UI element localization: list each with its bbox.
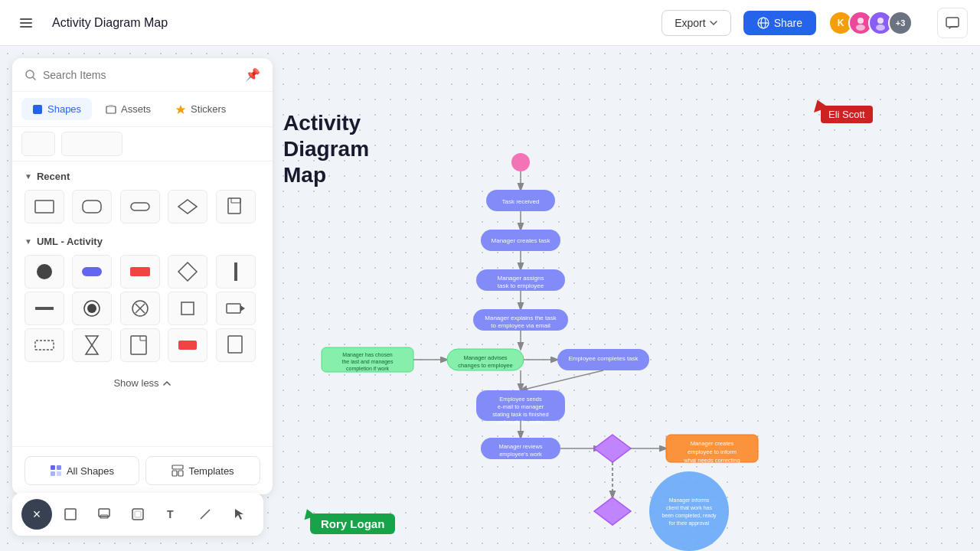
share-label: Share [774,17,802,29]
svg-rect-100 [227,304,240,313]
svg-rect-108 [57,465,61,470]
uml-red-action[interactable] [120,255,160,289]
uml-decision[interactable] [168,255,207,289]
svg-text:Manager reviews: Manager reviews [498,443,542,450]
uml-note[interactable] [120,328,160,362]
svg-text:Employee sends: Employee sends [499,396,542,403]
shape-diamond[interactable] [168,190,207,223]
svg-rect-109 [51,471,55,476]
all-shapes-button[interactable]: All Shapes [24,456,139,485]
svg-rect-89 [82,267,102,276]
svg-point-95 [87,304,96,313]
uml-interrupt[interactable] [168,328,207,362]
svg-rect-0 [20,18,32,20]
svg-text:been completed, ready: been completed, ready [662,513,717,519]
shape-stadium[interactable] [120,190,160,223]
svg-rect-113 [178,471,183,476]
svg-rect-78 [33,105,42,114]
svg-marker-101 [240,305,245,311]
shape-tab-2[interactable] [61,132,122,156]
export-button[interactable]: Export [662,10,730,36]
pin-icon[interactable]: 📌 [245,67,260,82]
svg-text:Map: Map [283,163,326,187]
svg-rect-117 [132,509,143,520]
uml-time-event[interactable] [72,328,112,362]
uml-initial-node[interactable] [24,255,64,289]
svg-text:e-mail to manager: e-mail to manager [498,403,544,410]
uml-join[interactable] [24,292,64,325]
svg-marker-60 [594,497,631,525]
avatar-count[interactable]: +3 [888,11,913,35]
shape-rectangle[interactable] [24,190,64,223]
svg-text:changes to employee: changes to employee [458,362,512,369]
comment-button[interactable] [937,8,968,38]
svg-text:employee to inform: employee to inform [688,448,737,455]
tab-assets[interactable]: Assets [95,98,162,120]
uml-final-node[interactable] [72,292,112,325]
close-button[interactable]: × [21,499,52,530]
svg-line-41 [521,370,603,390]
svg-text:Employee completes task: Employee completes task [568,355,639,362]
svg-text:Manager explains the task: Manager explains the task [485,315,557,321]
tab-shapes[interactable]: Shapes [21,98,92,120]
topbar: Activity Diagram Map Export Share K +3 [0,0,980,46]
search-input[interactable] [43,69,239,81]
text-tool[interactable]: T [156,499,187,530]
line-tool[interactable] [190,499,220,530]
svg-marker-85 [178,200,197,214]
uml-expansion[interactable] [24,328,64,362]
layers-tool[interactable] [89,499,119,530]
svg-rect-10 [946,18,959,27]
avatar-group: K +3 [828,11,913,35]
shape-tab-1[interactable] [21,132,55,156]
svg-rect-110 [57,471,61,476]
section-recent[interactable]: ▼ Recent [24,171,260,182]
panel-footer: All Shapes Templates [12,446,273,494]
svg-text:client that work has: client that work has [666,505,712,510]
svg-rect-86 [228,198,240,214]
share-button[interactable]: Share [743,11,816,35]
pointer-tool[interactable] [224,499,254,530]
uml-action[interactable] [72,255,112,289]
export-label: Export [675,17,705,29]
rectangle-tool[interactable] [55,499,86,530]
menu-button[interactable] [12,9,40,37]
rory-cursor-label: Rory Logan [310,514,395,534]
uml-fork[interactable] [216,255,256,289]
tab-row: Shapes Assets Stickers [12,92,273,127]
svg-text:Manager informs: Manager informs [669,497,710,504]
svg-text:Manager has chosen: Manager has chosen [342,352,392,358]
svg-rect-111 [172,465,183,469]
uml-flow-final[interactable] [120,292,160,325]
uml-shapes-grid [24,255,260,362]
uml-pin[interactable] [216,292,256,325]
svg-text:Task received: Task received [502,198,540,205]
templates-button[interactable]: Templates [145,456,260,485]
uml-object-node[interactable] [168,292,207,325]
tab-stickers[interactable]: Stickers [165,98,237,120]
svg-rect-118 [135,511,141,517]
svg-text:for their approval: for their approval [669,520,710,527]
uml-comment[interactable] [216,328,256,362]
search-icon [24,69,37,81]
svg-text:employee's work: employee's work [499,451,542,458]
svg-point-9 [876,24,885,31]
svg-text:Diagram: Diagram [283,137,369,161]
svg-text:completion if work: completion if work [346,366,390,372]
svg-rect-107 [51,465,55,470]
svg-text:to employee via email: to employee via email [491,322,550,329]
svg-text:T: T [167,508,174,520]
frame-tool[interactable] [122,499,153,530]
svg-text:Manager creates task: Manager creates task [492,237,551,244]
svg-line-120 [201,510,210,519]
svg-text:Manager creates: Manager creates [691,440,734,447]
shape-rounded-rect[interactable] [72,190,112,223]
section-uml[interactable]: ▼ UML - Activity [24,236,260,247]
svg-rect-90 [130,267,150,276]
svg-rect-114 [65,509,76,520]
shape-document[interactable] [216,190,256,223]
show-less-toggle[interactable]: Show less [24,374,260,395]
svg-text:task to employee: task to employee [498,282,544,289]
svg-rect-80 [109,105,113,107]
svg-text:Manager advises: Manager advises [463,354,507,361]
